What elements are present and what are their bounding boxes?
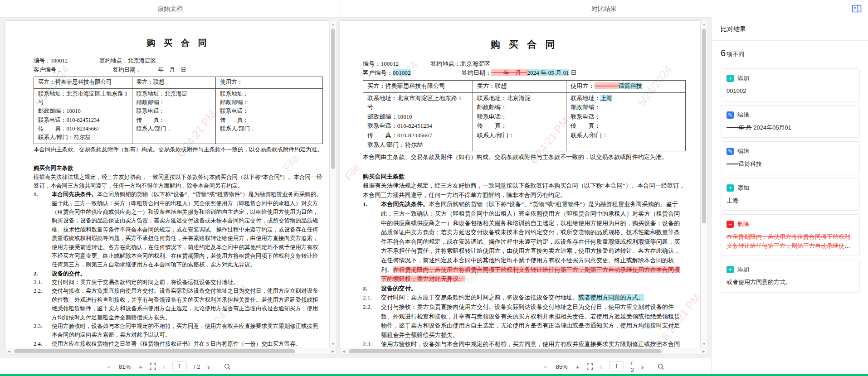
diff-card[interactable]: ✎编辑——年 月 2024年05月01 bbox=[721, 105, 860, 138]
text-segment: 本合同所购销的货物（以下称“设备”、“货物”或“租赁物件”）是为融资租赁业务而采… bbox=[381, 201, 680, 273]
vertical-scrollbar[interactable]: ▲ ▼ bbox=[330, 21, 336, 348]
meta-left-field: 编号：100012 bbox=[363, 60, 399, 67]
diff-card[interactable]: ✎编辑——话筒科技 bbox=[721, 141, 860, 174]
text-segment: 使用方验收时，设备如与本合同中规定的不相符，买方同意，使用方有权并应直接要求卖方… bbox=[52, 323, 318, 338]
zoom-out-button[interactable]: − bbox=[107, 363, 111, 370]
table-row: 联系地址：北京市海淀区上地东路 1 号邮政邮编：10010联系电话：010-82… bbox=[34, 88, 323, 144]
horizontal-scroll-thumb[interactable] bbox=[14, 349, 295, 353]
clause-number: 2. bbox=[34, 270, 52, 278]
text-segment: 话筒科技 bbox=[738, 160, 762, 167]
horizontal-scrollbar[interactable]: ◀ ▶ bbox=[5, 348, 336, 355]
compared-contract-content: 购 买 合 同 编号：100012签约地点：北京海淀区客户编号：001002签约… bbox=[340, 21, 700, 348]
bottom-toolbar: − 81% + ‹ / 2 › − 85% + bbox=[0, 358, 711, 375]
left-pane-toolbar: − 81% + ‹ / 2 › bbox=[107, 358, 231, 375]
prev-page-button[interactable]: ‹ bbox=[600, 362, 602, 371]
search-icon[interactable] bbox=[658, 363, 664, 370]
text-segment: 或者使用方同意的方式。 bbox=[727, 279, 791, 285]
detail-line: 联系电话：010-82451234 bbox=[367, 121, 468, 131]
text-segment: 联系地址： bbox=[571, 95, 600, 101]
detail-line: 联系地址：北京海淀 bbox=[137, 90, 212, 98]
party-header-cell: 使用方：————话筒科技 bbox=[566, 80, 685, 92]
diff-type-label: 添加 bbox=[737, 265, 749, 274]
clause-text: 本合同先决条件。本合同所购销的货物（以下称“设备”、“货物”或“租赁物件”）是为… bbox=[52, 190, 323, 269]
detail-line: 传 真：010-82345667 bbox=[367, 131, 468, 140]
scroll-down-icon[interactable]: ▼ bbox=[330, 341, 336, 347]
scroll-up-icon[interactable]: ▲ bbox=[330, 21, 336, 28]
detail-line: 邮政邮编： bbox=[477, 103, 562, 112]
next-page-button[interactable]: › bbox=[641, 362, 644, 371]
page-number-input[interactable] bbox=[610, 362, 624, 371]
vertical-scrollbar[interactable]: ▲ ▼ bbox=[701, 21, 707, 348]
text-segment: 联系人/部门：符尔喆 bbox=[367, 141, 423, 148]
page-number-input[interactable] bbox=[172, 362, 187, 371]
diff-results-sidebar: 比对结果 6项不同 +添加001002✎编辑——年 月 2024年05月01✎编… bbox=[711, 17, 868, 374]
toggle-sidebar-icon[interactable] bbox=[852, 4, 862, 13]
vertical-scroll-thumb[interactable] bbox=[702, 29, 706, 223]
contract-note: 本合同由主条款、交易条款及附件（如有）构成。交易条款或附件与主条款不一致的，以交… bbox=[34, 145, 323, 154]
clause-text: 交付与接收：卖方负责直接向使用方交付。设备实际到达设备交付地址之日为交付日，使用… bbox=[381, 303, 686, 340]
scroll-up-icon[interactable]: ▲ bbox=[701, 21, 707, 28]
clause: 1.本合同先决条件。本合同所购销的货物（以下称“设备”、“货物”或“租赁物件”）… bbox=[34, 190, 323, 269]
page-total: / 2 bbox=[631, 360, 634, 373]
detail-line: 传 真： bbox=[137, 116, 212, 125]
search-icon[interactable] bbox=[224, 363, 231, 370]
diff-type-label: 添加 bbox=[737, 184, 749, 192]
diff-type-label: 添加 bbox=[737, 74, 749, 82]
contract-meta: 编号：100012签约地点：北京海淀区客户编号：签约日期： 年 月 日 bbox=[34, 57, 323, 74]
table-row: 联系地址：北京市海淀区上地东路 1 号邮政邮编：10010联系电话：010-82… bbox=[363, 92, 686, 151]
diff-card-header: +添加 bbox=[727, 265, 854, 274]
clause-text: 使用方验收时，设备如与本合同中规定的不相符，买方同意，使用方有权并应直接要求卖方… bbox=[381, 340, 686, 348]
fit-page-icon[interactable] bbox=[586, 363, 593, 370]
original-document-tab-title: 原始文档 bbox=[157, 0, 183, 17]
detail-line: 联系人/部门：符尔喆 bbox=[367, 140, 468, 150]
diff-segment-del: 在租赁期限内，若使用方将租赁合同项下的权利义务转让给任何第三方，则第三方自动承继… bbox=[381, 266, 680, 283]
diff-text: ——年 月 2024年05月01 bbox=[727, 123, 854, 132]
clause-number: 2.2. bbox=[34, 287, 52, 322]
meta-right-field: 签约地点：北京海淀区 bbox=[99, 58, 156, 64]
original-document-page[interactable]: 5/24/20246:24:21 PMFile5/24/20246:24:21 … bbox=[5, 21, 329, 348]
diff-card[interactable]: −删除在租赁期限内，若使用方将租赁合同项下的权利义务转让给任何第三方，则第三方自… bbox=[721, 214, 860, 256]
clause-text: 设备的交付。 bbox=[52, 270, 323, 278]
detail-line: 邮政邮编： bbox=[220, 98, 318, 107]
scroll-down-icon[interactable]: ▼ bbox=[701, 341, 707, 347]
table-row: 买方：哲奥菲思科技有限公司卖方：联想使用方： bbox=[34, 77, 323, 88]
meta-right-field: 签约日期： 年 月 2024 年 05 月 01 日 bbox=[462, 69, 577, 76]
party-detail-cell: 联系地址：北京海淀邮政邮编：联系电话：传 真：联系人/部门： bbox=[132, 88, 216, 144]
diff-card-header: ✎编辑 bbox=[727, 111, 854, 119]
horizontal-scrollbar[interactable]: ◀ ▶ bbox=[340, 348, 707, 355]
party-detail-cell: 联系地址：北京海淀邮政邮编：联系电话：传 真：联系人/部门： bbox=[473, 92, 566, 151]
zoom-in-button[interactable]: + bbox=[576, 363, 580, 370]
contract-meta-line: 编号：100012签约地点：北京海淀区 bbox=[363, 59, 686, 69]
prev-page-button[interactable]: ‹ bbox=[163, 362, 166, 371]
zoom-in-button[interactable]: + bbox=[139, 363, 143, 370]
vertical-scroll-thumb[interactable] bbox=[331, 29, 335, 169]
diff-card[interactable]: +添加001002 bbox=[721, 68, 860, 101]
meta-right-field: 签约地点：北京海淀区 bbox=[430, 60, 490, 67]
scroll-right-icon[interactable]: ▶ bbox=[330, 348, 336, 354]
text-segment: 邮政邮编：10010 bbox=[38, 108, 81, 114]
scroll-right-icon[interactable]: ▶ bbox=[701, 348, 707, 354]
contract-note: 本合同由主条款、交易条款及附件（如有）构成。交易条款或附件与主条款不一致的，以交… bbox=[363, 153, 686, 162]
text-segment: 买方：哲奥菲思科技有限公司 bbox=[38, 79, 112, 85]
scroll-left-icon[interactable]: ◀ bbox=[6, 348, 12, 354]
diff-card[interactable]: +添加或者使用方同意的方式。 bbox=[721, 260, 860, 293]
text-segment: 卖方：联想 bbox=[137, 79, 165, 85]
fit-page-icon[interactable] bbox=[150, 363, 156, 370]
zoom-out-button[interactable]: − bbox=[544, 363, 548, 370]
detail-line: 联系人/部门： bbox=[137, 125, 212, 133]
party-detail-cell: 联系地址：邮政邮编：联系电话：传 真：联系人/部门： bbox=[216, 88, 323, 144]
party-header-cell: 买方：哲奥菲思科技有限公司 bbox=[363, 80, 473, 92]
text-segment: 日 bbox=[569, 69, 576, 76]
diff-text: 在租赁期限内，若使用方将租赁合同项下的权利义务转让给任何第三方，则第三方自动承继… bbox=[727, 232, 854, 250]
clause: 2.设备的交付。 bbox=[34, 270, 323, 278]
compare-result-page[interactable]: 5/24/2024File6:24:21 PM5/24/20245/24/202… bbox=[340, 21, 700, 348]
next-page-button[interactable]: › bbox=[207, 362, 210, 371]
diff-text: ——话筒科技 bbox=[727, 159, 854, 169]
detail-line: 联系地址：北京市海淀区上地东路 1 号 bbox=[367, 94, 468, 112]
diff-card[interactable]: +添加上海 bbox=[721, 178, 860, 211]
horizontal-scroll-thumb[interactable] bbox=[349, 349, 662, 353]
contract-meta: 编号：100012签约地点：北京海淀区客户编号：001002签约日期： 年 月 … bbox=[363, 59, 686, 78]
sidebar-title: 比对结果 bbox=[712, 17, 868, 41]
scroll-left-icon[interactable]: ◀ bbox=[341, 348, 347, 354]
text-segment: 邮政邮编： bbox=[571, 104, 600, 111]
